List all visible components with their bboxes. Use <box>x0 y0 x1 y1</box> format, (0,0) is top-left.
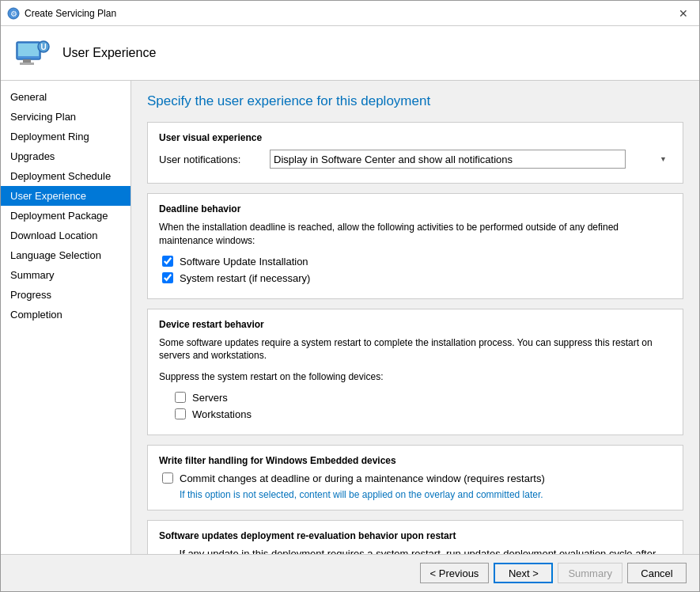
software-update-label: Software Update Installation <box>180 256 308 268</box>
sidebar-item-servicing-plan[interactable]: Servicing Plan <box>1 107 131 127</box>
deadline-desc: When the installation deadline is reache… <box>159 221 672 248</box>
software-update-checkbox[interactable] <box>162 256 173 267</box>
commit-changes-label: Commit changes at deadline or during a m… <box>180 472 545 484</box>
device-restart-desc: Some software updates require a system r… <box>159 336 672 363</box>
write-filter-label: Write filter handling for Windows Embedd… <box>159 455 672 466</box>
reevaluation-check-label: If any update in this deployment require… <box>180 548 672 554</box>
previous-button[interactable]: < Previous <box>420 563 490 583</box>
servers-checkbox[interactable] <box>175 392 186 403</box>
window-icon: ⚙ <box>7 7 20 20</box>
reevaluation-label: Software updates deployment re-evaluatio… <box>159 530 672 541</box>
sidebar-item-language-selection[interactable]: Language Selection <box>1 245 131 265</box>
software-update-row: Software Update Installation <box>162 256 672 268</box>
sidebar-item-general[interactable]: General <box>1 87 131 107</box>
notifications-label: User notifications: <box>159 154 270 165</box>
sidebar-item-deployment-package[interactable]: Deployment Package <box>1 206 131 226</box>
sidebar-item-upgrades[interactable]: Upgrades <box>1 146 131 166</box>
device-restart-label: Device restart behavior <box>159 319 672 330</box>
user-visual-section: User visual experience User notification… <box>147 122 683 184</box>
sidebar-item-download-location[interactable]: Download Location <box>1 226 131 245</box>
deadline-label: Deadline behavior <box>159 203 672 214</box>
system-restart-row: System restart (if necessary) <box>162 272 672 284</box>
device-restart-section: Device restart behavior Some software up… <box>147 309 683 435</box>
suppress-label: Suppress the system restart on the follo… <box>159 370 672 384</box>
sidebar-item-deployment-ring[interactable]: Deployment Ring <box>1 127 131 146</box>
system-restart-label: System restart (if necessary) <box>180 272 310 284</box>
window-title: Create Servicing Plan <box>25 8 674 19</box>
user-visual-label: User visual experience <box>159 132 672 143</box>
sidebar-item-deployment-schedule[interactable]: Deployment Schedule <box>1 166 131 186</box>
main-content: Specify the user experience for this dep… <box>131 81 699 554</box>
write-filter-section: Write filter handling for Windows Embedd… <box>147 445 683 510</box>
servers-row: Servers <box>175 392 672 404</box>
svg-rect-5 <box>20 63 34 65</box>
main-window: ⚙ Create Servicing Plan ✕ U User Experie… <box>0 0 700 592</box>
workstations-label: Workstations <box>192 408 252 420</box>
close-button[interactable]: ✕ <box>674 4 693 23</box>
notifications-row: User notifications: Display in Software … <box>159 150 672 169</box>
sidebar-item-completion[interactable]: Completion <box>1 305 131 324</box>
footer: < Previous Next > Summary Cancel <box>1 554 699 591</box>
notifications-select[interactable]: Display in Software Center and show all … <box>270 150 626 169</box>
svg-rect-4 <box>23 59 31 63</box>
reevaluation-section: Software updates deployment re-evaluatio… <box>147 520 683 554</box>
workstations-checkbox[interactable] <box>175 408 186 419</box>
svg-text:⚙: ⚙ <box>10 9 17 18</box>
header-title: User Experience <box>62 46 156 60</box>
header-icon: U <box>13 34 51 72</box>
deadline-section: Deadline behavior When the installation … <box>147 193 683 299</box>
servers-label: Servers <box>192 392 228 404</box>
notifications-select-wrapper: Display in Software Center and show all … <box>270 150 672 169</box>
commit-changes-row: Commit changes at deadline or during a m… <box>162 472 672 484</box>
system-restart-checkbox[interactable] <box>162 272 173 283</box>
title-bar: ⚙ Create Servicing Plan ✕ <box>1 1 699 26</box>
next-button[interactable]: Next > <box>494 563 553 583</box>
sidebar-item-summary[interactable]: Summary <box>1 265 131 285</box>
page-title: Specify the user experience for this dep… <box>147 93 683 109</box>
sidebar-item-progress[interactable]: Progress <box>1 285 131 305</box>
header: U User Experience <box>1 26 699 81</box>
svg-rect-3 <box>18 44 39 56</box>
sidebar-item-user-experience[interactable]: User Experience <box>1 186 131 206</box>
summary-button[interactable]: Summary <box>558 563 622 583</box>
write-filter-info: If this option is not selected, content … <box>180 489 672 500</box>
sidebar: General Servicing Plan Deployment Ring U… <box>1 81 131 554</box>
cancel-button[interactable]: Cancel <box>627 563 687 583</box>
commit-changes-checkbox[interactable] <box>162 472 173 484</box>
body: General Servicing Plan Deployment Ring U… <box>1 81 699 554</box>
reevaluation-row: If any update in this deployment require… <box>162 548 672 554</box>
svg-text:U: U <box>40 43 46 51</box>
workstations-row: Workstations <box>175 408 672 420</box>
